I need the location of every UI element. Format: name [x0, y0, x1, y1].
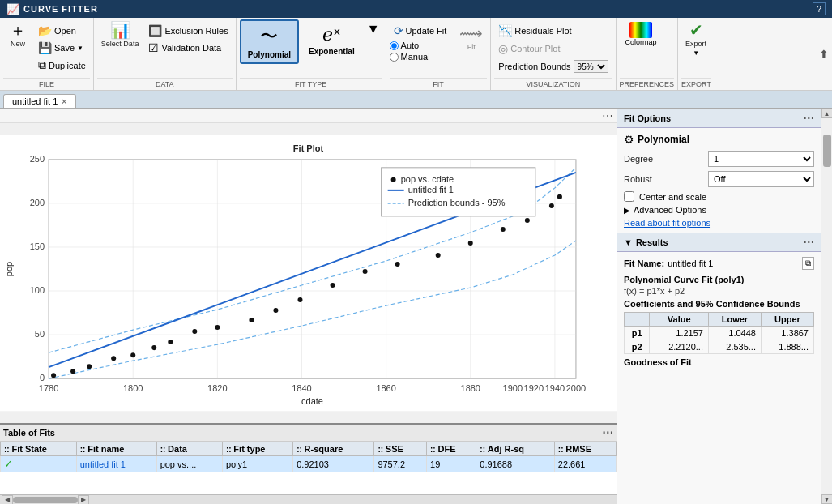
table-scrollbar[interactable]: ◀ ▶ [0, 494, 617, 504]
prediction-bounds-button[interactable]: Prediction Bounds 95%90%99% [494, 58, 612, 75]
prediction-bounds-select[interactable]: 95%90%99% [574, 60, 608, 73]
svg-point-45 [468, 241, 473, 246]
coeff-title: Coefficients and 95% Confidence Bounds [624, 299, 814, 309]
poly-formula: f(x) = p1*x + p2 [624, 286, 814, 296]
svg-point-48 [549, 203, 554, 208]
residuals-plot-button[interactable]: 📉 Residuals Plot [494, 23, 612, 39]
plot-title: Fit Plot [293, 143, 324, 153]
svg-point-34 [151, 345, 156, 350]
col-fit-name: :: Fit name [76, 442, 156, 456]
duplicate-button[interactable]: ⧉ Duplicate [34, 57, 90, 74]
residuals-plot-icon: 📉 [498, 24, 512, 37]
read-about-link[interactable]: Read about fit options [624, 218, 814, 228]
new-icon: ＋ [10, 22, 26, 38]
right-scrollbar-thumb[interactable] [823, 135, 831, 167]
exclusion-rules-button[interactable]: 🔲 Exclusion Rules [144, 23, 232, 39]
svg-point-31 [87, 364, 92, 369]
col-fit-state: :: Fit State [1, 442, 77, 456]
validation-data-button[interactable]: ☑ Validation Data [144, 40, 232, 56]
svg-text:1920: 1920 [524, 383, 544, 393]
svg-text:1800: 1800 [123, 383, 143, 393]
tab-untitled-fit-1[interactable]: untitled fit 1 ✕ [3, 94, 76, 108]
fit-options-header: Fit Options ⋯ [617, 109, 821, 128]
colormap-button[interactable]: Colormap [620, 19, 663, 49]
scroll-up-button[interactable]: ▲ [821, 109, 833, 118]
exponential-icon: ℯˣ [322, 24, 341, 45]
coeff-row-p1: p1 1.2157 1.0448 1.3867 [625, 327, 814, 340]
select-data-button[interactable]: 📊 Select Data [97, 19, 143, 50]
coeff-col-upper: Upper [761, 313, 813, 327]
table-row[interactable]: ✓ untitled fit 1 pop vs.... poly1 0.9210… [1, 456, 617, 472]
scroll-down-button[interactable]: ▼ [821, 494, 833, 504]
manual-radio[interactable] [390, 53, 399, 62]
select-data-icon: 📊 [110, 22, 130, 38]
advanced-options-row[interactable]: ▶ Advanced Options [624, 205, 814, 215]
cell-fit-state: ✓ [1, 456, 77, 472]
title-bar: 📈 CURVE FITTER ? [0, 0, 832, 18]
fit-type-group: 〜 Polynomial ℯˣ Exponential ▼ FIT TYPE [237, 18, 386, 90]
degree-select[interactable]: 12345 [708, 151, 814, 167]
scroll-right-button[interactable]: ▶ [78, 495, 89, 505]
fit-options-more-button[interactable]: ⋯ [803, 112, 814, 125]
visualization-group: 📉 Residuals Plot ◎ Contour Plot Predicti… [491, 18, 616, 90]
table-of-fits: Table of Fits ⋯ :: Fit State :: Fit name… [0, 423, 617, 504]
fit-group: ⟳ Update Fit Auto Manual ⟿ Fit FIT [386, 18, 492, 90]
ribbon: ＋ New 📂 Open 💾 Save ▼ ⧉ Duplicate FI [0, 18, 832, 91]
contour-plot-button[interactable]: ◎ Contour Plot [494, 41, 612, 57]
new-button[interactable]: ＋ New [3, 19, 32, 50]
svg-point-30 [70, 369, 75, 374]
svg-text:1820: 1820 [207, 383, 227, 393]
open-button[interactable]: 📂 Open [34, 23, 90, 39]
svg-point-41 [331, 283, 335, 288]
main-content: ⋯ Fit Plot [0, 109, 832, 504]
advanced-options-arrow: ▶ [624, 206, 630, 215]
help-button[interactable]: ? [813, 2, 826, 15]
y-axis-label: pop [4, 262, 14, 276]
ribbon-collapse-button[interactable]: ⬆ [819, 48, 829, 61]
export-icon: ✔ [689, 22, 703, 38]
scroll-left-button[interactable]: ◀ [2, 495, 13, 505]
svg-point-44 [436, 253, 441, 258]
save-button[interactable]: 💾 Save ▼ [34, 40, 90, 56]
copy-fit-name-button[interactable]: ⧉ [802, 257, 814, 270]
svg-point-33 [130, 352, 135, 357]
results-header: ▼ Results ⋯ [617, 233, 821, 252]
fit-type-dropdown[interactable]: ▼ [365, 19, 382, 39]
svg-point-32 [111, 356, 116, 361]
table-of-fits-header: Table of Fits ⋯ [0, 425, 617, 442]
center-scale-checkbox[interactable] [624, 191, 634, 202]
plot-more-button[interactable]: ⋯ [602, 109, 613, 122]
cell-data: pop vs.... [156, 456, 222, 472]
cell-sse: 9757.2 [374, 456, 427, 472]
results-arrow: ▼ [624, 237, 633, 247]
results-more-button[interactable]: ⋯ [803, 236, 814, 249]
svg-text:untitled fit 1: untitled fit 1 [408, 185, 454, 194]
tab-close-button[interactable]: ✕ [61, 97, 67, 106]
scroll-thumb[interactable] [13, 497, 78, 503]
poly-title: Polynomial Curve Fit (poly1) [624, 275, 814, 284]
svg-point-47 [525, 218, 530, 223]
file-group: ＋ New 📂 Open 💾 Save ▼ ⧉ Duplicate FI [0, 18, 94, 90]
svg-text:1860: 1860 [376, 383, 395, 393]
update-fit-button[interactable]: ⟳ Update Fit [390, 23, 451, 39]
tab-bar: untitled fit 1 ✕ [0, 91, 832, 109]
cell-dfe: 19 [427, 456, 476, 472]
preferences-group: Colormap PREFERENCES [617, 18, 679, 90]
right-scrollbar[interactable]: ▲ ▼ [821, 109, 832, 504]
export-button[interactable]: ✔ Export ▼ [681, 19, 710, 59]
colormap-icon [629, 22, 652, 38]
table-more-button[interactable]: ⋯ [602, 426, 613, 439]
col-dfe: :: DFE [427, 442, 476, 456]
goodness-title: Goodness of Fit [624, 357, 814, 367]
auto-radio[interactable] [390, 41, 399, 50]
fit-button[interactable]: ⟿ Fit [455, 23, 487, 53]
fits-table: :: Fit State :: Fit name :: Data :: Fit … [0, 442, 617, 472]
polynomial-button[interactable]: 〜 Polynomial [240, 19, 299, 64]
exponential-button[interactable]: ℯˣ Exponential [301, 19, 363, 61]
open-icon: 📂 [38, 24, 52, 37]
svg-text:200: 200 [30, 198, 45, 207]
svg-text:1900: 1900 [503, 383, 523, 393]
duplicate-icon: ⧉ [38, 58, 46, 72]
robust-select[interactable]: OffLARBisquare [708, 171, 814, 187]
degree-row: Degree 12345 [624, 151, 814, 167]
